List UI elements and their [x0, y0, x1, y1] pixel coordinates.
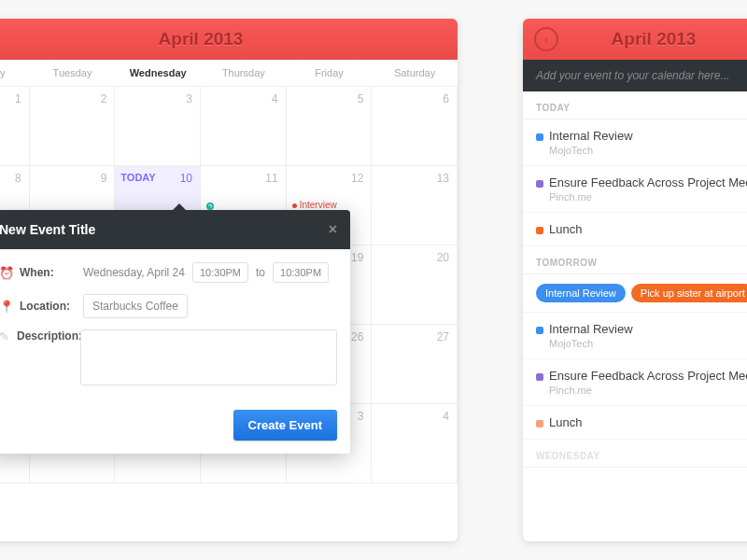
to-label: to [256, 266, 265, 279]
back-button[interactable]: ‹ [534, 27, 558, 51]
calendar-cell[interactable]: 3 [115, 87, 201, 166]
date-number: 6 [443, 92, 449, 105]
close-icon[interactable]: × [329, 221, 337, 238]
chevron-left-icon: ‹ [544, 32, 549, 47]
calendar-cell[interactable]: 5 [287, 87, 373, 166]
when-date: Wednesday, April 24 [83, 266, 185, 279]
item-title: Ensure Feedback Across Project Meet [549, 369, 747, 383]
date-number: 9 [101, 172, 107, 185]
calendar-cell[interactable]: 6 [372, 87, 458, 166]
date-number: 3 [186, 92, 192, 105]
date-number: 26 [351, 330, 363, 343]
event-dot-icon [206, 203, 214, 210]
date-number: 2 [101, 92, 107, 105]
item-title: Internal Review [549, 129, 633, 143]
item-subtitle: MojoTech [549, 338, 747, 349]
list-item[interactable]: Ensure Feedback Across Project MeetPinch… [523, 166, 747, 213]
calendar-title: April 2013 [0, 19, 458, 60]
item-title: Lunch [549, 415, 582, 429]
date-number: 4 [443, 410, 449, 423]
pencil-icon: ✎ [0, 329, 9, 343]
day-headers: MondayTuesdayWednesdayThursdayFridaySatu… [0, 60, 458, 87]
date-number: 27 [437, 330, 449, 343]
calendar-cell[interactable]: 4 [201, 87, 287, 166]
location-label: Location: [20, 300, 76, 313]
item-title: Ensure Feedback Across Project Meet [549, 175, 747, 189]
day-header: Tuesday [30, 60, 116, 86]
section-header: WEDNESDAY [523, 440, 747, 468]
color-swatch-icon [536, 180, 543, 188]
event-label: Interview [300, 200, 337, 210]
day-header: Saturday [372, 60, 458, 86]
agenda-body: TODAYInternal ReviewMojoTechEnsure Feedb… [523, 91, 747, 468]
item-subtitle: MojoTech [549, 145, 747, 156]
date-number: 8 [15, 172, 21, 185]
day-header: Friday [287, 60, 373, 86]
day-header: Monday [0, 60, 30, 86]
calendar-cell[interactable]: 13 [372, 166, 458, 245]
date-number: 4 [272, 92, 278, 105]
calendar-cell[interactable]: 20 [372, 245, 458, 325]
description-row: ✎ Description: [0, 329, 337, 385]
agenda-title: April 2013 [612, 29, 697, 49]
item-title: Internal Review [549, 322, 633, 336]
description-input[interactable] [80, 329, 337, 385]
date-number: 5 [358, 92, 364, 105]
date-number: 20 [437, 251, 449, 264]
event-pill[interactable]: Pick up sister at airport [631, 284, 747, 302]
event-chip[interactable]: Interview [292, 200, 366, 210]
day-header: Wednesday [115, 60, 201, 86]
date-number: 1 [15, 92, 21, 105]
section-header: TODAY [523, 91, 747, 119]
calendar-cell[interactable]: 4 [372, 404, 458, 483]
popover-title: New Event Title [0, 222, 95, 237]
list-item[interactable]: Internal ReviewMojoTech [523, 313, 747, 359]
date-number: 13 [437, 172, 449, 185]
day-header: Thursday [201, 60, 287, 86]
list-item[interactable]: Lunch [523, 406, 747, 440]
pill-row: Internal ReviewPick up sister at airport [523, 274, 747, 313]
color-swatch-icon [536, 133, 543, 141]
calendar-cell[interactable]: 1 [0, 87, 30, 166]
list-item[interactable]: Internal ReviewMojoTech [523, 119, 747, 166]
date-number: 10 [180, 172, 192, 185]
calendar-cell[interactable]: 27 [372, 325, 458, 404]
clock-icon: ⏰ [0, 266, 12, 280]
item-title: Lunch [549, 222, 582, 236]
popover-header: New Event Title × [0, 210, 350, 249]
new-event-popover: New Event Title × ⏰ When: Wednesday, Apr… [0, 210, 350, 454]
event-pill[interactable]: Internal Review [536, 284, 626, 302]
create-event-button[interactable]: Create Event [233, 410, 337, 441]
date-number: 11 [265, 172, 277, 185]
calendar-cell[interactable]: 2 [30, 87, 116, 166]
agenda-header: ‹ April 2013 [523, 19, 747, 60]
calendar-card: April 2013 MondayTuesdayWednesdayThursda… [0, 19, 458, 541]
color-swatch-icon [536, 227, 543, 234]
date-number: 3 [358, 410, 364, 423]
date-number: 12 [351, 172, 363, 185]
when-row: ⏰ When: Wednesday, April 24 10:30PM to 1… [0, 262, 337, 283]
event-dot-icon [292, 203, 297, 208]
agenda-card: ‹ April 2013 Add your event to your cale… [523, 19, 747, 541]
pin-icon: 📍 [0, 300, 12, 314]
when-label: When: [20, 266, 76, 279]
color-swatch-icon [536, 420, 543, 427]
end-time-input[interactable]: 10:30PM [273, 262, 329, 283]
list-item[interactable]: Ensure Feedback Across Project MeetPinch… [523, 359, 747, 406]
section-header: TOMORROW [523, 246, 747, 274]
item-subtitle: Pinch.me [549, 385, 747, 396]
color-swatch-icon [536, 373, 543, 381]
date-number: 19 [351, 251, 363, 264]
start-time-input[interactable]: 10:30PM [192, 262, 248, 283]
list-item[interactable]: Lunch [523, 213, 747, 246]
location-row: 📍 Location: Starbucks Coffee [0, 294, 337, 318]
color-swatch-icon [536, 327, 543, 334]
today-label: TODAY [120, 172, 155, 183]
description-label: Description: [17, 329, 73, 343]
add-event-input[interactable]: Add your event to your calendar here... [523, 60, 747, 91]
item-subtitle: Pinch.me [549, 191, 747, 203]
location-input[interactable]: Starbucks Coffee [83, 294, 188, 318]
